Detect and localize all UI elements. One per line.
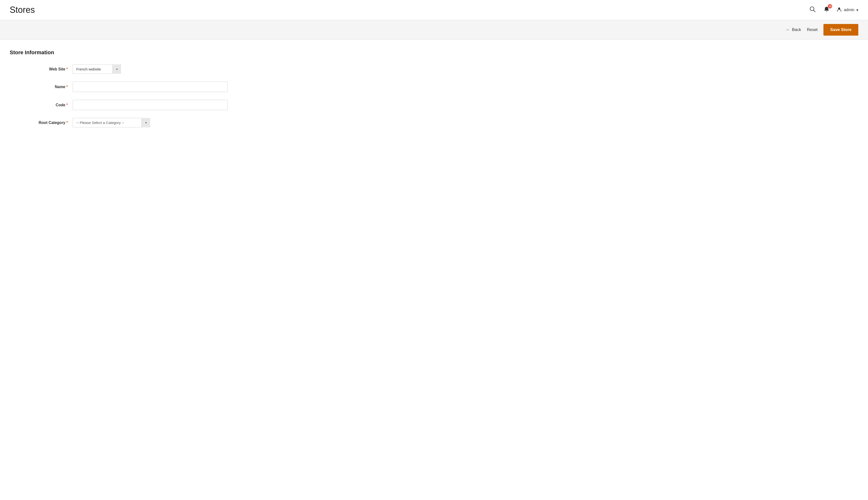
reset-label: Reset [807, 27, 818, 32]
back-arrow-icon: ← [786, 27, 790, 32]
header-actions: 10 admin ▾ [809, 5, 858, 15]
svg-point-2 [838, 8, 840, 9]
save-label: Save Store [830, 27, 852, 32]
code-label: Code* [10, 103, 73, 107]
notification-badge: 10 [828, 4, 832, 9]
svg-line-1 [814, 10, 815, 12]
header: Stores 10 [0, 0, 868, 20]
name-label: Name* [10, 85, 73, 89]
name-row: Name* [10, 82, 228, 92]
root-category-row: Root Category* -- Please Select a Catego… [10, 118, 228, 127]
toolbar: ← Back Reset Save Store [0, 20, 868, 40]
section-title: Store Information [10, 49, 228, 56]
save-store-button[interactable]: Save Store [823, 24, 858, 36]
website-row: Web Site* French website Main Website ▾ [10, 65, 228, 74]
user-label: admin [844, 8, 855, 12]
root-category-field: -- Please Select a Category -- ▾ [73, 118, 228, 127]
website-required: * [66, 67, 68, 71]
search-button[interactable] [809, 5, 817, 15]
name-input[interactable] [73, 82, 228, 92]
website-select[interactable]: French website Main Website [73, 65, 121, 74]
code-row: Code* [10, 100, 228, 110]
root-category-required: * [66, 121, 68, 125]
name-field [73, 82, 228, 92]
code-field [73, 100, 228, 110]
category-select-wrapper: -- Please Select a Category -- ▾ [73, 118, 150, 127]
svg-point-0 [810, 7, 814, 11]
user-menu-chevron-icon: ▾ [856, 8, 858, 12]
page-title: Stores [10, 5, 35, 15]
code-input[interactable] [73, 100, 228, 110]
website-label: Web Site* [10, 67, 73, 71]
code-required: * [66, 103, 68, 107]
website-field: French website Main Website ▾ [73, 65, 228, 74]
notification-button[interactable]: 10 [822, 5, 831, 15]
user-icon [836, 7, 842, 13]
root-category-label: Root Category* [10, 121, 73, 125]
back-button[interactable]: ← Back [786, 27, 801, 32]
root-category-select[interactable]: -- Please Select a Category -- [73, 118, 150, 127]
reset-button[interactable]: Reset [807, 27, 818, 32]
back-label: Back [792, 27, 801, 32]
main-content: Store Information Web Site* French websi… [0, 40, 868, 145]
website-select-wrapper: French website Main Website ▾ [73, 65, 121, 74]
form-container: Store Information Web Site* French websi… [10, 49, 228, 127]
name-required: * [66, 85, 68, 89]
user-menu-button[interactable]: admin ▾ [836, 7, 858, 13]
search-icon [809, 7, 816, 13]
